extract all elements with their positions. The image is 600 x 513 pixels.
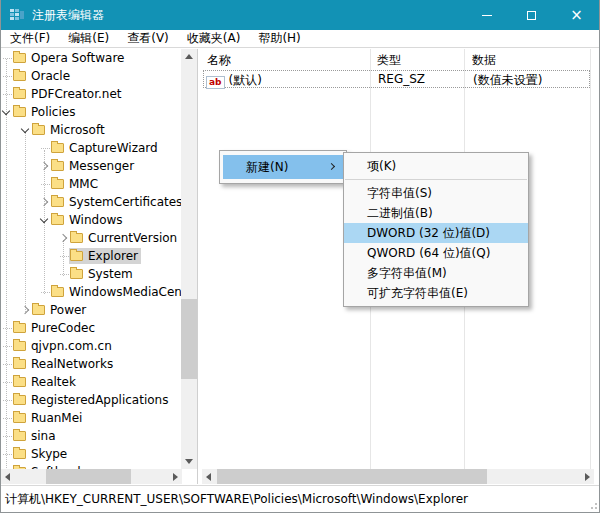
submenu-item[interactable]: 二进制值(B) <box>344 203 528 223</box>
submenu-item[interactable]: 字符串值(S) <box>344 183 528 203</box>
menubar-item-label: 文件(F) <box>10 30 50 47</box>
scroll-left-icon[interactable] <box>5 473 10 481</box>
folder-icon <box>32 125 45 135</box>
expander-icon[interactable] <box>1 411 12 425</box>
column-header-name[interactable]: 名称 <box>207 52 231 69</box>
values-horizontal-scrollbar[interactable] <box>202 469 594 484</box>
tree-item-label: qjvpn.com.cn <box>31 339 112 353</box>
tree-item[interactable]: Windows <box>1 211 182 229</box>
minimize-button[interactable] <box>464 0 509 30</box>
expander-icon[interactable] <box>1 357 12 371</box>
expander-icon[interactable] <box>1 393 12 407</box>
tree-vscroll-thumb[interactable] <box>181 299 197 379</box>
tree-item-label: WindowsMediaCenter <box>69 285 182 299</box>
expander-icon[interactable] <box>1 429 12 443</box>
expander-icon[interactable] <box>38 159 50 173</box>
values-hscroll-thumb[interactable] <box>217 469 487 484</box>
folder-icon <box>13 395 26 405</box>
tree-item[interactable]: CaptureWizard <box>1 139 182 157</box>
tree-item[interactable]: PureCodec <box>1 319 182 337</box>
tree-item-label: SystemCertificates <box>69 195 182 209</box>
menubar-item[interactable]: 查看(V) <box>118 30 178 48</box>
expander-icon[interactable] <box>38 141 50 155</box>
submenu-item[interactable]: 项(K) <box>344 156 528 176</box>
column-header-type[interactable]: 类型 <box>377 52 401 69</box>
tree-item[interactable]: sina <box>1 427 182 445</box>
expander-icon[interactable] <box>1 87 12 101</box>
tree-item[interactable]: Power <box>1 301 182 319</box>
maximize-button[interactable] <box>509 0 554 30</box>
titlebar: 注册表编辑器 × <box>1 0 599 30</box>
tree-item[interactable]: RealNetworks <box>1 355 182 373</box>
expander-icon[interactable] <box>57 267 69 281</box>
menubar-item[interactable]: 文件(F) <box>1 30 59 48</box>
folder-icon <box>51 287 64 297</box>
expander-icon[interactable] <box>38 285 50 299</box>
tree-item[interactable]: Realtek <box>1 373 182 391</box>
expander-icon[interactable] <box>38 177 50 191</box>
menubar-item[interactable]: 编辑(E) <box>59 30 118 48</box>
tree-vertical-scrollbar[interactable] <box>181 49 197 469</box>
expander-icon[interactable] <box>1 69 12 83</box>
folder-icon <box>13 107 26 117</box>
menubar-item-label: 编辑(E) <box>68 30 109 47</box>
submenu-item-label: 可扩充字符串值(E) <box>367 285 468 302</box>
selected-key-path: 计算机\HKEY_CURRENT_USER\SOFTWARE\Policies\… <box>5 491 468 508</box>
close-button[interactable]: × <box>554 0 599 30</box>
tree-item-label: PDFCreator.net <box>31 87 122 101</box>
resize-grip-icon[interactable] <box>587 499 597 509</box>
scroll-right-icon[interactable] <box>173 473 178 481</box>
tree-item[interactable]: Microsoft <box>1 121 182 139</box>
folder-icon <box>13 341 26 351</box>
expander-icon[interactable] <box>1 375 12 389</box>
tree-item[interactable]: RuanMei <box>1 409 182 427</box>
tree-item[interactable]: Policies <box>1 103 182 121</box>
expander-icon[interactable] <box>19 303 31 317</box>
scroll-down-icon[interactable] <box>185 459 193 464</box>
expander-icon[interactable] <box>38 195 50 209</box>
expander-icon[interactable] <box>57 249 69 263</box>
tree-item-label: sina <box>31 429 56 443</box>
submenu-item-label: 项(K) <box>367 158 396 175</box>
value-row-default[interactable]: ab(默认) REG_SZ (数值未设置) <box>203 70 590 88</box>
tree-item[interactable]: MMC <box>1 175 182 193</box>
tree-item[interactable]: Skype <box>1 445 182 463</box>
menubar-item[interactable]: 收藏夹(A) <box>178 30 250 48</box>
tree-item[interactable]: System <box>1 265 182 283</box>
tree-horizontal-scrollbar[interactable] <box>1 469 182 484</box>
tree-item[interactable]: Explorer <box>1 247 182 265</box>
submenu-item[interactable]: 可扩充字符串值(E) <box>344 283 528 303</box>
submenu-item[interactable]: 多字符串值(M) <box>344 263 528 283</box>
expander-icon[interactable] <box>19 123 31 137</box>
submenu-item[interactable]: DWORD (32 位)值(D) <box>344 223 528 243</box>
submenu-item-label: QWORD (64 位)值(Q) <box>367 245 490 262</box>
scroll-right-icon[interactable] <box>585 473 590 481</box>
tree-item[interactable]: SystemCertificates <box>1 193 182 211</box>
tree-hscroll-thumb[interactable] <box>46 469 131 484</box>
menubar-item[interactable]: 帮助(H) <box>249 30 309 48</box>
expander-icon[interactable] <box>38 213 50 227</box>
tree-item[interactable]: RegisteredApplications <box>1 391 182 409</box>
expander-icon[interactable] <box>1 51 12 65</box>
column-header-data[interactable]: 数据 <box>472 52 496 69</box>
expander-icon[interactable] <box>1 339 12 353</box>
submenu-item-label: DWORD (32 位)值(D) <box>367 225 490 242</box>
scroll-up-icon[interactable] <box>185 54 193 59</box>
tree-item[interactable]: Oracle <box>1 67 182 85</box>
tree-item[interactable]: Opera Software <box>1 49 182 67</box>
expander-icon[interactable] <box>1 321 12 335</box>
tree-item[interactable]: CurrentVersion <box>1 229 182 247</box>
tree-item[interactable]: Messenger <box>1 157 182 175</box>
expander-icon[interactable] <box>1 105 12 119</box>
submenu-item[interactable]: QWORD (64 位)值(Q) <box>344 243 528 263</box>
menubar-item-label: 查看(V) <box>127 30 169 47</box>
tree-item[interactable]: WindowsMediaCenter <box>1 283 182 301</box>
tree-item-label: PureCodec <box>31 321 95 335</box>
expander-icon[interactable] <box>57 231 69 245</box>
tree-item[interactable]: PDFCreator.net <box>1 85 182 103</box>
context-menu-item-new[interactable]: 新建(N) <box>223 155 343 179</box>
scroll-left-icon[interactable] <box>206 473 211 481</box>
tree-item[interactable]: qjvpn.com.cn <box>1 337 182 355</box>
expander-icon[interactable] <box>1 447 12 461</box>
tree-item-label: Policies <box>31 105 75 119</box>
